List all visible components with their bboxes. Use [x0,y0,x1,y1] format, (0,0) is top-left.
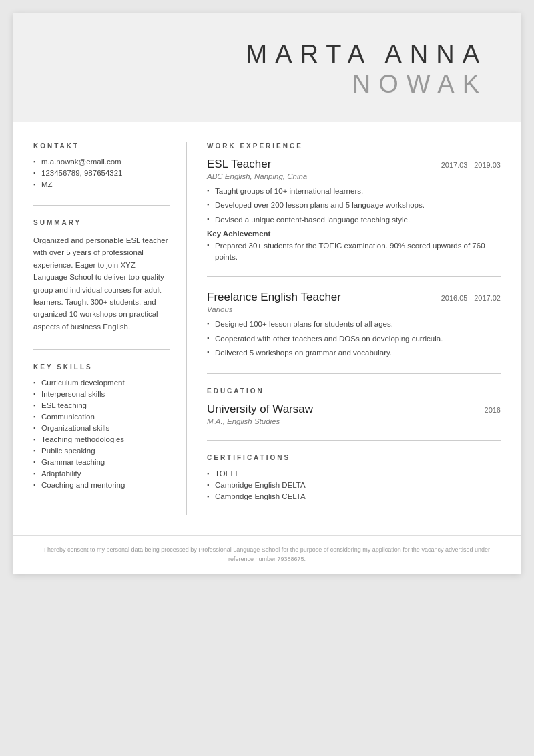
job-1-achievement-bullets: Prepared 30+ students for the TOEIC exam… [207,240,501,264]
cert-2: Cambridge English DELTA [207,481,501,489]
divider-2 [33,349,170,350]
edu-header: University of Warsaw 2016 [207,403,501,416]
contact-phone: 123456789, 987654321 [33,169,170,177]
job-1-title: ESL Teacher [207,158,271,171]
job-1-bullet-1: Taught groups of 10+ international learn… [207,186,501,197]
skills-list: Curriculum development Interpersonal ski… [33,379,170,489]
job-1-achievement-1: Prepared 30+ students for the TOEIC exam… [207,240,501,264]
job-2: Freelance English Teacher 2016.05 - 2017… [207,291,501,359]
skill-1: Curriculum development [33,379,170,387]
first-name: MARTA ANNA [47,40,487,69]
job-1-bullet-3: Devised a unique content-based language … [207,214,501,226]
contact-list: m.a.nowak@email.com 123456789, 987654321… [33,158,170,188]
left-column: KONTAKT m.a.nowak@email.com 123456789, 9… [13,142,187,515]
job-1-header: ESL Teacher 2017.03 - 2019.03 [207,158,501,171]
certifications-section: CERTIFICATIONS TOEFL Cambridge English D… [207,454,501,500]
skill-7: Public speaking [33,447,170,455]
footer: I hereby consent to my personal data bei… [13,535,521,574]
divider-jobs [207,276,501,277]
skill-4: Communication [33,413,170,421]
right-column: WORK EXPERIENCE ESL Teacher 2017.03 - 20… [187,142,521,515]
job-2-title: Freelance English Teacher [207,291,341,304]
job-2-bullet-3: Delivered 5 workshops on grammar and voc… [207,347,501,359]
job-2-bullets: Designed 100+ lesson plans for students … [207,319,501,359]
job-1-bullets: Taught groups of 10+ international learn… [207,186,501,226]
skill-10: Coaching and mentoring [33,481,170,489]
job-2-bullet-1: Designed 100+ lesson plans for students … [207,319,501,330]
job-1-dates: 2017.03 - 2019.03 [441,161,501,169]
divider-edu [207,373,501,374]
last-name: NOWAK [47,70,487,99]
skill-5: Organizational skills [33,424,170,432]
body: KONTAKT m.a.nowak@email.com 123456789, 9… [13,122,521,535]
skill-9: Adaptability [33,469,170,478]
divider-cert [207,440,501,441]
edu-year: 2016 [485,406,501,414]
cert-3: Cambridge English CELTA [207,492,501,500]
job-1-company: ABC English, Nanping, China [207,172,501,180]
contact-location: MZ [33,180,170,188]
job-2-company: Various [207,305,501,313]
summary-title: SUMMARY [33,219,170,226]
skill-2: Interpersonal skills [33,390,170,398]
key-skills-title: KEY SKILLS [33,363,170,371]
job-2-bullet-2: Cooperated with other teachers and DOSs … [207,333,501,345]
key-achievement-label: Key Achievement [207,230,501,238]
header: MARTA ANNA NOWAK [13,13,521,122]
education-section: EDUCATION University of Warsaw 2016 M.A.… [207,387,501,425]
education-title: EDUCATION [207,387,501,395]
contact-title: KONTAKT [33,142,170,150]
certifications-title: CERTIFICATIONS [207,454,501,461]
work-experience-title: WORK EXPERIENCE [207,142,501,150]
edu-name: University of Warsaw [207,403,313,416]
skill-8: Grammar teaching [33,458,170,466]
work-experience-section: WORK EXPERIENCE ESL Teacher 2017.03 - 20… [207,142,501,359]
contact-section: KONTAKT m.a.nowak@email.com 123456789, 9… [33,142,170,188]
contact-email: m.a.nowak@email.com [33,158,170,166]
divider-1 [33,205,170,206]
summary-section: SUMMARY Organized and personable ESL tea… [33,219,170,333]
cert-list: TOEFL Cambridge English DELTA Cambridge … [207,469,501,500]
job-1-bullet-2: Developed over 200 lesson plans and 5 la… [207,200,501,211]
skill-6: Teaching methodologies [33,435,170,443]
resume-page: MARTA ANNA NOWAK KONTAKT m.a.nowak@email… [13,13,521,574]
summary-text: Organized and personable ESL teacher wit… [33,234,170,333]
footer-text: I hereby consent to my personal data bei… [40,546,494,564]
key-skills-section: KEY SKILLS Curriculum development Interp… [33,363,170,489]
cert-1: TOEFL [207,469,501,478]
job-2-dates: 2016.05 - 2017.02 [441,294,501,302]
edu-degree: M.A., English Studies [207,417,501,425]
job-1: ESL Teacher 2017.03 - 2019.03 ABC Englis… [207,158,501,263]
skill-3: ESL teaching [33,401,170,409]
job-2-header: Freelance English Teacher 2016.05 - 2017… [207,291,501,304]
